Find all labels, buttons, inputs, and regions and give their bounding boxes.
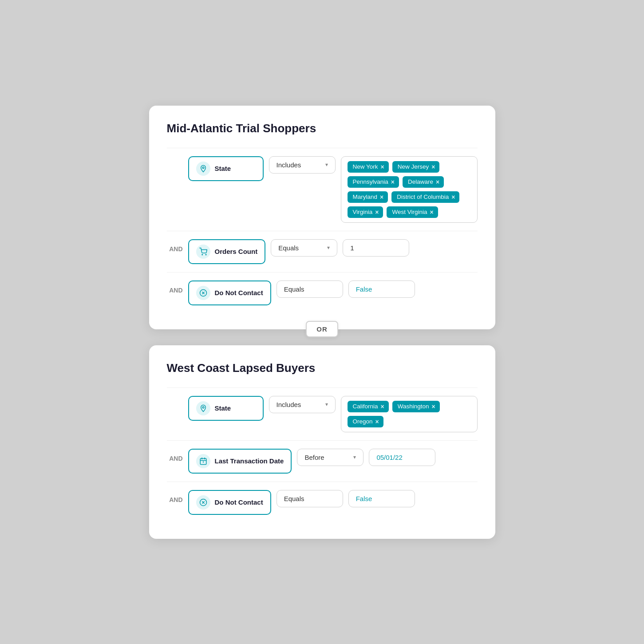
- field-pill-dnc-2[interactable]: Do Not Contact: [188, 490, 271, 515]
- value-ltd: 05/01/22: [369, 449, 435, 466]
- filter-row-dnc-2: AND Do Not Contact Equals False: [167, 482, 478, 515]
- values-state-1: New York×New Jersey×Pennsylvania×Delawar…: [341, 156, 478, 223]
- tag-label: Pennsylvania: [353, 178, 388, 185]
- chevron-orders: ▾: [327, 245, 330, 251]
- svg-point-2: [205, 254, 206, 255]
- field-label-dnc-2: Do Not Contact: [215, 498, 263, 506]
- operator-ltd[interactable]: Before ▾: [297, 449, 363, 466]
- svg-point-6: [202, 406, 204, 408]
- filter-row-state-2: State Includes ▾ California×Washington×O…: [167, 387, 478, 432]
- field-pill-orders[interactable]: Orders Count: [188, 239, 266, 264]
- cart-svg: [199, 248, 207, 256]
- x-circle-icon-1: [196, 286, 210, 300]
- tag-remove-button[interactable]: ×: [451, 194, 455, 201]
- tag-item: New Jersey×: [392, 161, 440, 173]
- operator-label-dnc-1: Equals: [284, 285, 304, 293]
- operator-dnc-1[interactable]: Equals: [277, 281, 343, 298]
- or-badge: OR: [306, 321, 338, 337]
- tag-label: Oregon: [353, 418, 373, 425]
- tag-item: Virginia×: [348, 206, 383, 218]
- operator-label-ltd: Before: [304, 454, 324, 461]
- value-text-ltd: 05/01/22: [376, 454, 402, 461]
- value-dnc-1: False: [348, 281, 415, 298]
- operator-label-dnc-2: Equals: [284, 495, 304, 502]
- field-pill-state-2[interactable]: State: [188, 396, 264, 421]
- pin-svg-2: [199, 404, 207, 412]
- tag-item: West Virginia×: [387, 206, 438, 218]
- page-wrapper: Mid-Atlantic Trial Shoppers State Includ…: [149, 106, 495, 539]
- tag-label: West Virginia: [392, 209, 427, 215]
- tag-remove-button[interactable]: ×: [375, 209, 379, 216]
- filter-row-ltd: AND Last Transaction Date Before ▾: [167, 440, 478, 474]
- tag-remove-button[interactable]: ×: [430, 209, 434, 216]
- tag-remove-button[interactable]: ×: [436, 178, 439, 186]
- value-text-orders: 1: [350, 244, 354, 252]
- filter-row-state-1: State Includes ▾ New York×New Jersey×Pen…: [167, 148, 478, 223]
- or-divider: OR: [149, 321, 495, 337]
- field-label-state-1: State: [215, 165, 231, 172]
- field-pill-state-1[interactable]: State: [188, 156, 264, 181]
- pin-svg-1: [199, 165, 207, 173]
- field-label-dnc-1: Do Not Contact: [215, 289, 263, 296]
- field-label-state-2: State: [215, 404, 231, 412]
- tag-label: District of Columbia: [397, 194, 449, 200]
- tag-label: Washington: [398, 403, 429, 410]
- svg-point-11: [202, 462, 203, 462]
- values-state-2: California×Washington×Oregon×: [341, 396, 478, 432]
- gap-between-cards: OR: [149, 329, 495, 345]
- svg-point-1: [202, 254, 203, 255]
- calendar-svg: [199, 457, 207, 465]
- pin-icon-2: [196, 401, 210, 415]
- tag-item: Pennsylvania×: [348, 176, 399, 188]
- connector-ltd: AND: [167, 449, 183, 462]
- tag-remove-button[interactable]: ×: [380, 194, 383, 201]
- tag-item: New York×: [348, 161, 389, 173]
- chevron-state-2: ▾: [325, 401, 328, 407]
- connector-dnc-2: AND: [167, 490, 183, 503]
- operator-label-state-1: Includes: [277, 161, 301, 169]
- tag-item: Oregon×: [348, 416, 383, 427]
- tag-label: Maryland: [353, 194, 378, 200]
- operator-label-state-2: Includes: [277, 401, 301, 408]
- tag-remove-button[interactable]: ×: [431, 163, 435, 170]
- tag-remove-button[interactable]: ×: [381, 163, 384, 170]
- value-dnc-2: False: [348, 490, 415, 507]
- value-text-dnc-1: False: [356, 285, 372, 293]
- x-circle-icon-2: [196, 495, 210, 510]
- operator-orders[interactable]: Equals ▾: [271, 239, 337, 257]
- tag-item: Delaware×: [403, 176, 444, 188]
- field-label-orders: Orders Count: [215, 248, 258, 255]
- value-orders: 1: [343, 239, 409, 257]
- operator-state-2[interactable]: Includes ▾: [269, 396, 336, 413]
- tag-label: New York: [353, 163, 378, 170]
- filter-row-dnc-1: AND Do Not Contact Equals False: [167, 272, 478, 305]
- segment-title-2: West Coast Lapsed Buyers: [167, 361, 478, 375]
- operator-dnc-2[interactable]: Equals: [277, 490, 343, 507]
- tag-item: Washington×: [392, 401, 440, 412]
- tag-item: District of Columbia×: [391, 191, 459, 203]
- tag-remove-button[interactable]: ×: [432, 403, 435, 410]
- tag-label: Virginia: [353, 209, 373, 215]
- tag-remove-button[interactable]: ×: [381, 403, 384, 410]
- field-pill-ltd[interactable]: Last Transaction Date: [188, 449, 292, 474]
- operator-state-1[interactable]: Includes ▾: [269, 156, 336, 174]
- connector-state-1: [167, 156, 183, 162]
- tag-item: California×: [348, 401, 389, 412]
- tag-remove-button[interactable]: ×: [391, 178, 395, 186]
- cart-icon: [196, 245, 210, 259]
- tag-label: New Jersey: [398, 163, 429, 170]
- field-label-ltd: Last Transaction Date: [215, 457, 284, 465]
- operator-label-orders: Equals: [278, 244, 299, 252]
- tag-remove-button[interactable]: ×: [375, 418, 379, 425]
- field-pill-dnc-1[interactable]: Do Not Contact: [188, 281, 271, 305]
- pin-icon-1: [196, 162, 210, 176]
- chevron-ltd: ▾: [353, 454, 356, 460]
- segment-card-2: West Coast Lapsed Buyers State Includes …: [149, 345, 495, 539]
- connector-dnc-1: AND: [167, 281, 183, 294]
- x-circle-svg-2: [199, 498, 207, 506]
- connector-orders: AND: [167, 239, 183, 253]
- tag-label: California: [353, 403, 378, 410]
- filter-row-orders: AND Orders Count Equals ▾ 1: [167, 231, 478, 264]
- tag-item: Maryland×: [348, 191, 388, 203]
- calendar-icon: [196, 454, 210, 468]
